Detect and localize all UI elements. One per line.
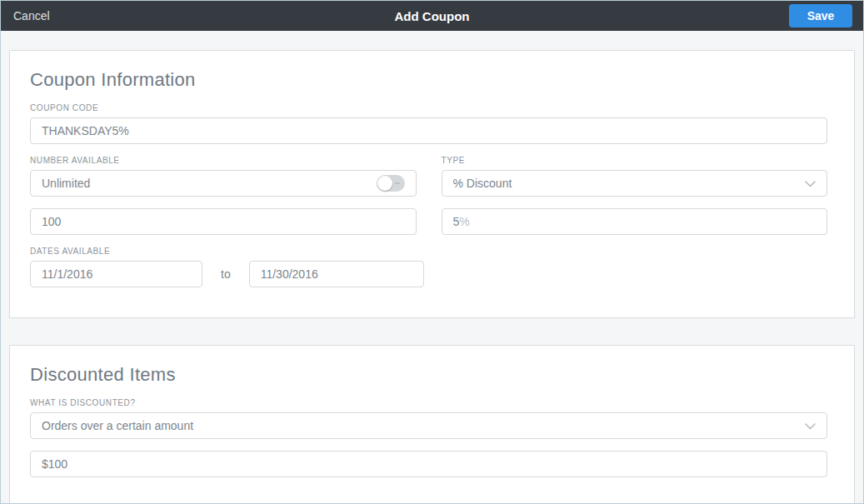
what-is-discounted-label: WHAT IS DISCOUNTED? bbox=[30, 398, 827, 407]
dates-available-label: DATES AVAILABLE bbox=[30, 247, 827, 256]
cancel-button[interactable]: Cancel bbox=[1, 9, 62, 22]
toggle-off-dash-icon bbox=[395, 182, 400, 184]
top-bar: Cancel Add Coupon Save bbox=[1, 1, 863, 31]
discount-amount-suffix: % bbox=[459, 215, 469, 228]
discounted-items-panel: Discounted Items WHAT IS DISCOUNTED? Ord… bbox=[9, 345, 855, 504]
unlimited-toggle-text: Unlimited bbox=[42, 177, 90, 190]
type-label: TYPE bbox=[442, 156, 828, 165]
add-coupon-window: Cancel Add Coupon Save Coupon Informatio… bbox=[0, 0, 864, 504]
what-is-discounted-select[interactable]: Orders over a certain amount bbox=[30, 412, 827, 439]
discount-amount-input[interactable]: 5 % bbox=[442, 208, 828, 235]
coupon-code-label: COUPON CODE bbox=[30, 103, 827, 112]
coupon-information-title: Coupon Information bbox=[30, 69, 827, 91]
number-available-count-input[interactable] bbox=[30, 208, 417, 235]
discounted-items-title: Discounted Items bbox=[30, 364, 827, 386]
save-button[interactable]: Save bbox=[789, 4, 852, 27]
minimum-order-amount-input[interactable] bbox=[30, 451, 827, 477]
discount-amount-value: 5 bbox=[453, 215, 460, 228]
end-date-input[interactable] bbox=[249, 261, 424, 287]
number-available-label: NUMBER AVAILABLE bbox=[30, 156, 417, 165]
unlimited-toggle-box: Unlimited bbox=[30, 170, 417, 197]
chevron-down-icon bbox=[805, 177, 816, 190]
type-select[interactable]: % Discount bbox=[442, 170, 828, 197]
coupon-code-input[interactable] bbox=[30, 117, 827, 144]
type-selected-value: % Discount bbox=[453, 177, 512, 190]
unlimited-toggle[interactable] bbox=[377, 175, 405, 192]
chevron-down-icon bbox=[805, 419, 816, 432]
what-is-discounted-selected-value: Orders over a certain amount bbox=[42, 419, 193, 432]
page-title: Add Coupon bbox=[1, 9, 863, 23]
toggle-knob bbox=[377, 176, 392, 191]
dates-separator: to bbox=[221, 267, 231, 281]
start-date-input[interactable] bbox=[30, 261, 202, 287]
dates-row: to bbox=[30, 261, 827, 287]
coupon-information-panel: Coupon Information COUPON CODE NUMBER AV… bbox=[9, 50, 855, 318]
